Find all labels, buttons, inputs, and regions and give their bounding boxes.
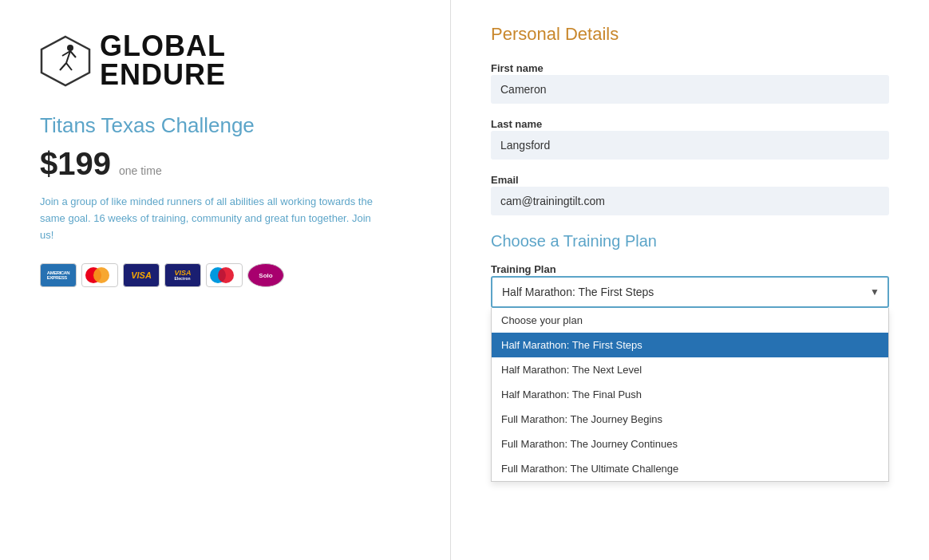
- right-panel: Personal Details First name Last name Em…: [451, 0, 929, 560]
- plan-select[interactable]: Choose your plan Half Marathon: The Firs…: [491, 276, 889, 308]
- first-name-label: First name: [491, 62, 544, 74]
- first-name-input[interactable]: [491, 75, 889, 104]
- event-description: Join a group of like minded runners of a…: [40, 194, 375, 243]
- email-input[interactable]: [491, 187, 889, 215]
- mastercard-badge: [81, 263, 118, 287]
- maestro-circles: [210, 267, 239, 283]
- svg-point-1: [67, 45, 73, 51]
- price: $199: [40, 146, 111, 182]
- mc-circles: [85, 267, 114, 283]
- dropdown-item-full-1[interactable]: Full Marathon: The Journey Begins: [492, 407, 888, 432]
- event-title: Titans Texas Challenge: [40, 113, 410, 138]
- visa-electron-badge: VISA Electron: [164, 263, 201, 287]
- dropdown-item-half-3[interactable]: Half Marathon: The Final Push: [492, 382, 888, 407]
- payment-icons: AMERICANEXPRESS VISA VISA Electron Solo: [40, 263, 410, 287]
- logo-text: GLOBAL ENDURE: [100, 32, 226, 89]
- amex-badge: AMERICANEXPRESS: [40, 263, 77, 287]
- dropdown-item-default[interactable]: Choose your plan: [492, 308, 888, 333]
- dropdown-item-full-3[interactable]: Full Marathon: The Ultimate Challenge: [492, 456, 888, 481]
- svg-marker-0: [42, 37, 89, 85]
- training-plan-title: Choose a Training Plan: [491, 232, 889, 250]
- mae-circle-right: [218, 267, 234, 283]
- price-row: $199 one time: [40, 146, 410, 182]
- solo-badge: Solo: [247, 263, 284, 287]
- logo-icon: [40, 35, 92, 87]
- dropdown-list[interactable]: Choose your plan Half Marathon: The Firs…: [491, 308, 889, 482]
- email-label: Email: [491, 174, 519, 186]
- last-name-input[interactable]: [491, 131, 889, 160]
- svg-line-6: [70, 51, 76, 57]
- left-panel: GLOBAL ENDURE Titans Texas Challenge $19…: [0, 0, 451, 560]
- logo-area: GLOBAL ENDURE: [40, 32, 410, 89]
- visa-badge: VISA: [123, 263, 160, 287]
- dropdown-item-full-2[interactable]: Full Marathon: The Journey Continues: [492, 432, 888, 456]
- svg-line-3: [60, 63, 66, 70]
- personal-details-title: Personal Details: [491, 24, 889, 45]
- price-note: one time: [119, 164, 162, 177]
- dropdown-item-half-1[interactable]: Half Marathon: The First Steps: [492, 333, 888, 357]
- plan-select-wrapper[interactable]: Choose your plan Half Marathon: The Firs…: [491, 276, 889, 308]
- svg-line-4: [66, 63, 72, 70]
- maestro-badge: [206, 263, 243, 287]
- mc-circle-right: [93, 267, 109, 283]
- training-plan-label: Training Plan: [491, 263, 556, 275]
- dropdown-item-half-2[interactable]: Half Marathon: The Next Level: [492, 357, 888, 382]
- last-name-label: Last name: [491, 118, 542, 130]
